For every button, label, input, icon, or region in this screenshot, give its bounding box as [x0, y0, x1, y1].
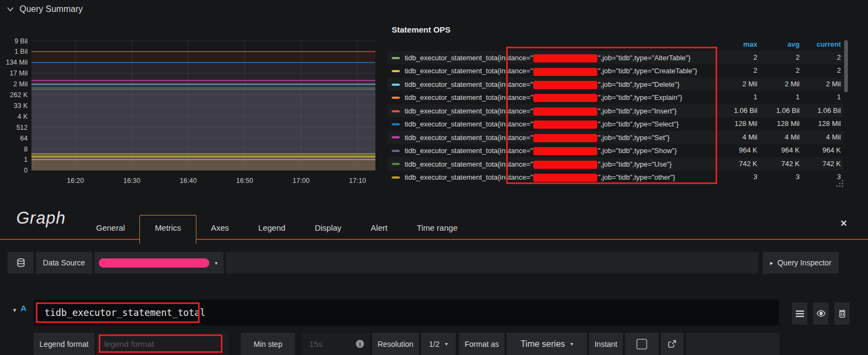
panel-type-title: Graph [16, 208, 66, 228]
series-color-swatch[interactable] [392, 84, 400, 86]
legend-row: tidb_executor_statement_tota{instance=""… [387, 117, 843, 130]
series-max-value: 3 [719, 170, 757, 183]
format-as-label-cell: Format as [459, 333, 505, 355]
legend-col-max[interactable]: max [719, 40, 757, 48]
series-color-swatch[interactable] [392, 176, 400, 179]
query-ref-id[interactable]: A [21, 303, 27, 313]
panel-resize-handle[interactable] [835, 179, 844, 188]
legend-format-label: Legend format [40, 340, 88, 348]
legend-col-avg[interactable]: avg [762, 40, 800, 48]
tab-axes[interactable]: Axes [196, 215, 244, 240]
svg-text:4 K: 4 K [17, 113, 28, 121]
query-delete-button[interactable] [834, 302, 850, 325]
tab-alert[interactable]: Alert [356, 215, 402, 240]
instant-checkbox[interactable] [636, 339, 647, 350]
query-collapse-caret[interactable]: ▼ [12, 307, 17, 313]
redaction-blob-instance [533, 161, 597, 169]
redaction-blob-instance [533, 107, 597, 116]
series-color-swatch[interactable] [392, 97, 400, 99]
legend-format-label-cell: Legend format [34, 333, 94, 355]
tab-metrics[interactable]: Metrics [139, 215, 196, 244]
legend-row: tidb_executor_statement_tota{instance=""… [387, 78, 843, 91]
legend-col-current[interactable]: current [802, 40, 841, 48]
eye-icon [816, 310, 826, 317]
series-name[interactable]: tidb_executor_statement_tota{instance=""… [405, 107, 676, 115]
series-avg-value: 2 [762, 64, 800, 77]
chevron-down-icon: ▾ [445, 341, 448, 347]
query-expression-text: tidb_executor_statement_total [44, 307, 206, 318]
query-summary-title: Query Summary [20, 4, 82, 14]
resolution-select[interactable]: 1/2 ▾ [421, 333, 456, 355]
tab-legend[interactable]: Legend [244, 215, 300, 240]
info-icon[interactable]: i [356, 340, 364, 348]
resolution-label-cell: Resolution [372, 333, 419, 355]
series-max-value: 2 [719, 51, 757, 64]
legend-format-input[interactable] [97, 333, 229, 355]
series-name[interactable]: tidb_executor_statement_tota{instance=""… [405, 173, 675, 181]
series-color-swatch[interactable] [392, 163, 400, 165]
editor-header: Graph GeneralMetricsAxesLegendDisplayAle… [0, 204, 868, 240]
svg-text:512: 512 [16, 124, 28, 131]
series-color-swatch[interactable] [392, 110, 400, 112]
series-avg-value: 742 K [762, 157, 800, 170]
legend-row: tidb_executor_statement_tota{instance=""… [387, 64, 843, 77]
svg-text:2 Mil: 2 Mil [14, 80, 28, 88]
svg-text:16:50: 16:50 [236, 177, 253, 185]
legend-row: tidb_executor_statement_tota{instance=""… [387, 170, 843, 183]
series-avg-value: 2 Mil [762, 78, 800, 91]
series-color-swatch[interactable] [392, 123, 400, 125]
share-icon[interactable] [668, 340, 676, 348]
series-name[interactable]: tidb_executor_statement_tota{instance=""… [405, 80, 680, 88]
series-name[interactable]: tidb_executor_statement_tota{instance=""… [405, 93, 682, 102]
series-name[interactable]: tidb_executor_statement_tota{instance=""… [405, 134, 669, 142]
series-name[interactable]: tidb_executor_statement_tota{instance=""… [405, 120, 679, 128]
series-color-swatch[interactable] [392, 70, 400, 72]
instant-label: Instant [595, 340, 617, 348]
query-menu-button[interactable] [792, 302, 807, 325]
tab-time-range[interactable]: Time range [402, 215, 472, 240]
datasource-icon-cell [8, 252, 34, 274]
format-as-value: Time series [520, 339, 565, 349]
series-name[interactable]: tidb_executor_statement_tota{instance=""… [405, 147, 676, 155]
tab-general[interactable]: General [81, 215, 139, 240]
svg-text:262 K: 262 K [10, 91, 28, 99]
statement-ops-chart[interactable]: 9 Bil1 Bil134 Mil17 Mil2 Mil262 K33 K4 K… [4, 31, 384, 194]
series-max-value: 2 [719, 64, 757, 77]
legend-row: tidb_executor_statement_tota{instance=""… [387, 91, 843, 104]
redaction-blob-instance [533, 121, 597, 129]
legend-scrollbar[interactable] [844, 40, 848, 92]
close-icon[interactable]: ✕ [840, 218, 847, 229]
series-name[interactable]: tidb_executor_statement_tota{instance=""… [405, 67, 697, 75]
series-current-value: 128 Mil [802, 117, 841, 130]
series-max-value: 1 [719, 91, 757, 104]
legend-row: tidb_executor_statement_tota{instance=""… [387, 144, 843, 157]
series-current-value: 964 K [802, 144, 841, 157]
series-avg-value: 964 K [762, 144, 800, 157]
series-name[interactable]: tidb_executor_statement_tota{instance=""… [405, 160, 672, 168]
series-max-value: 964 K [719, 144, 757, 157]
chevron-down-icon [7, 7, 14, 12]
query-summary-row[interactable]: Query Summary [7, 4, 82, 14]
datasource-select[interactable]: ▾ [94, 252, 224, 274]
series-color-swatch[interactable] [392, 136, 400, 138]
min-step-input[interactable] [302, 333, 356, 355]
series-color-swatch[interactable] [392, 150, 400, 152]
format-as-select[interactable]: Time series ▾ [507, 333, 587, 355]
series-current-value: 2 Mil [802, 78, 841, 91]
svg-text:16:40: 16:40 [180, 177, 196, 185]
editor-tabs: GeneralMetricsAxesLegendDisplayAlertTime… [81, 204, 472, 240]
chevron-down-icon: ▾ [571, 341, 573, 347]
query-inspector-button[interactable]: ▸ Query Inspector [763, 252, 839, 274]
series-max-value: 2 Mil [719, 78, 757, 91]
redaction-pill-datasource [99, 258, 209, 268]
tab-display[interactable]: Display [300, 215, 356, 240]
redaction-blob-instance [533, 81, 597, 89]
query-disable-button[interactable] [813, 302, 828, 325]
min-step-info-cell: i [356, 333, 370, 355]
query-expression-input[interactable]: tidb_executor_statement_total [34, 300, 779, 326]
series-name[interactable]: tidb_executor_statement_tota{instance=""… [405, 54, 691, 62]
series-color-swatch[interactable] [392, 57, 400, 59]
legend-row: tidb_executor_statement_tota{instance=""… [387, 131, 843, 144]
svg-text:16:20: 16:20 [67, 177, 84, 185]
svg-text:1: 1 [24, 156, 28, 163]
